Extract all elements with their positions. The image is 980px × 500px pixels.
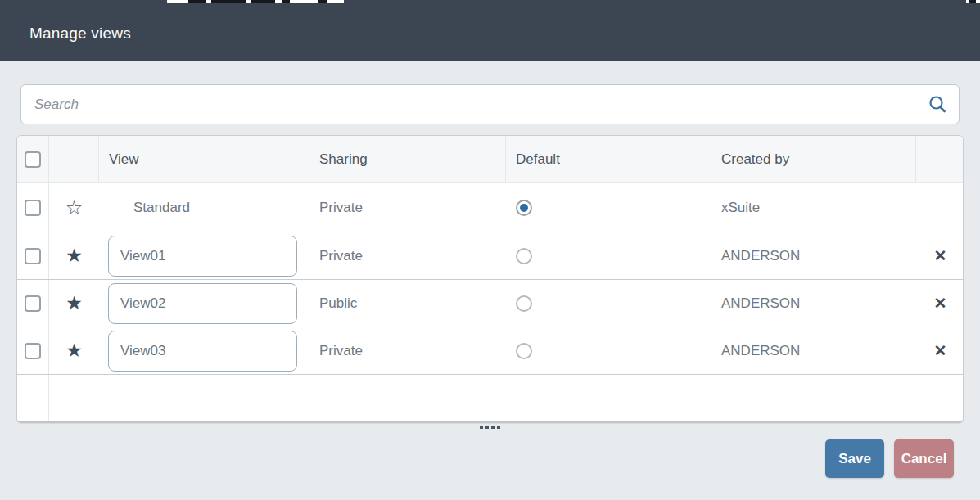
view-name-input[interactable] — [108, 236, 297, 277]
column-header-view: View — [109, 151, 139, 168]
table-row: ★ Public ANDERSON ✕ — [17, 279, 963, 327]
default-radio[interactable] — [516, 295, 532, 312]
favorite-star-icon[interactable]: ★ — [65, 246, 83, 265]
favorite-star-icon[interactable]: ★ — [65, 294, 83, 313]
table-row: ☆ Standard Private xSuite — [17, 182, 963, 232]
favorite-star-icon[interactable]: ★ — [65, 341, 83, 360]
view-name-label: Standard — [99, 200, 190, 216]
resize-handle-dot — [480, 426, 483, 429]
select-all-checkbox[interactable] — [25, 151, 41, 168]
row-checkbox[interactable] — [25, 343, 41, 359]
delete-column-header — [916, 136, 964, 182]
views-table: View Sharing Default Created by ☆ Standa… — [16, 135, 964, 423]
sharing-value: Private — [319, 200, 363, 216]
default-radio[interactable] — [516, 200, 532, 216]
column-header-default: Default — [516, 151, 560, 168]
favorite-star-icon[interactable]: ☆ — [65, 198, 84, 218]
view-name-input[interactable] — [108, 283, 297, 324]
default-radio[interactable] — [516, 343, 532, 359]
row-checkbox[interactable] — [25, 248, 41, 264]
cancel-button[interactable]: Cancel — [894, 439, 954, 478]
search-icon — [927, 94, 948, 115]
dialog-titlebar: Manage views — [0, 0, 980, 61]
empty-table-row — [17, 374, 963, 421]
sharing-value: Private — [319, 343, 363, 359]
delete-icon: ✕ — [934, 247, 947, 264]
row-checkbox[interactable] — [25, 295, 41, 312]
favorite-column-header — [49, 136, 99, 182]
created-by-value: ANDERSON — [721, 343, 800, 359]
page-behind-strip — [966, 0, 980, 3]
delete-view-button[interactable]: ✕ — [931, 245, 951, 267]
resize-handle-dot — [491, 426, 495, 429]
search-button[interactable] — [916, 85, 959, 124]
page-behind-strip — [167, 0, 344, 3]
view-name-input[interactable] — [108, 331, 297, 372]
page-behind-fragment — [188, 0, 206, 3]
created-by-value: ANDERSON — [721, 295, 800, 312]
resize-handle-dot — [497, 426, 500, 429]
page-behind-fragment — [318, 0, 327, 3]
page-behind-fragment — [282, 0, 290, 3]
save-button[interactable]: Save — [825, 439, 884, 478]
search-input[interactable] — [21, 85, 916, 124]
delete-icon: ✕ — [934, 342, 947, 359]
resize-handle-dot — [485, 426, 489, 429]
sharing-value: Public — [319, 295, 357, 312]
page-behind-fragment — [211, 0, 246, 3]
delete-icon: ✕ — [934, 295, 947, 312]
sharing-value: Private — [319, 248, 363, 264]
page-behind-fragment — [251, 0, 275, 3]
resize-handle[interactable] — [16, 424, 964, 430]
delete-view-button[interactable]: ✕ — [931, 292, 951, 314]
created-by-value: xSuite — [721, 200, 760, 216]
column-header-sharing: Sharing — [319, 151, 368, 168]
search-bar — [20, 84, 960, 124]
column-header-created-by: Created by — [721, 151, 789, 168]
page-behind-fragment — [969, 0, 976, 3]
dialog-title: Manage views — [29, 25, 131, 43]
default-radio[interactable] — [516, 248, 532, 264]
table-header-row: View Sharing Default Created by — [17, 136, 963, 182]
delete-view-button[interactable]: ✕ — [931, 340, 951, 362]
created-by-value: ANDERSON — [721, 248, 800, 264]
table-row: ★ Private ANDERSON ✕ — [17, 232, 963, 279]
row-checkbox[interactable] — [25, 200, 41, 216]
table-row: ★ Private ANDERSON ✕ — [17, 327, 963, 374]
